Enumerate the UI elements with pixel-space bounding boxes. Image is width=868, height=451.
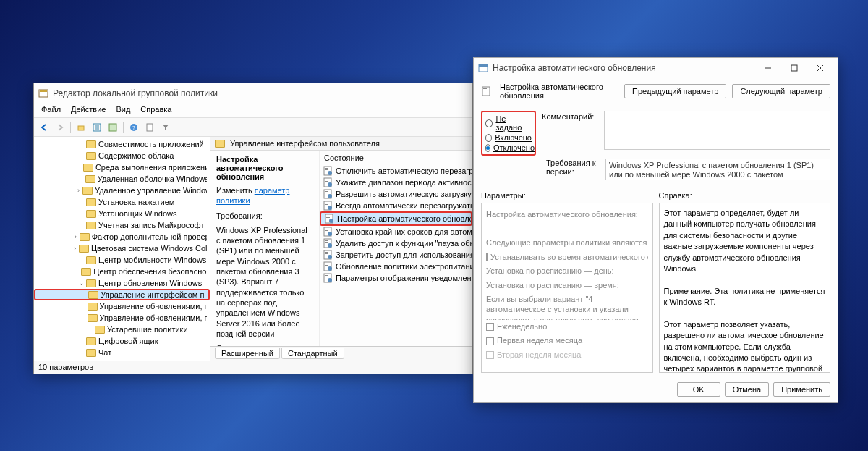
menu-file[interactable]: Файл bbox=[37, 104, 65, 117]
tree-item[interactable]: ›Удаленное управление Windows bbox=[34, 185, 210, 196]
cancel-button[interactable]: Отмена bbox=[725, 382, 769, 397]
policy-icon bbox=[324, 214, 334, 224]
tree-item-label: Установка нажатием bbox=[98, 198, 174, 206]
radio-icon bbox=[485, 144, 490, 152]
state-column-header[interactable]: Состояние bbox=[320, 151, 472, 165]
dialog-footer: OK Отмена Применить bbox=[474, 376, 838, 402]
policy-icon bbox=[323, 227, 333, 237]
up-button[interactable] bbox=[74, 120, 88, 135]
tree-item[interactable]: Учетная запись Майкрософт bbox=[34, 219, 210, 231]
back-button[interactable] bbox=[37, 120, 51, 135]
tree-item-label: Устаревшие политики bbox=[107, 325, 188, 334]
folder-icon bbox=[81, 268, 91, 276]
expand-icon[interactable]: › bbox=[75, 187, 82, 194]
radio-disabled[interactable]: Отключено bbox=[485, 143, 532, 153]
tree-item[interactable]: Цифровой ящик bbox=[34, 335, 210, 347]
tree-item[interactable]: Чат bbox=[34, 347, 210, 358]
settings-list[interactable]: Отключить автоматическую перезагруУкажит… bbox=[320, 165, 472, 284]
check-weekly[interactable]: Еженедельно bbox=[486, 320, 648, 334]
menu-help[interactable]: Справка bbox=[136, 104, 176, 117]
check-auto-maintenance[interactable]: Устанавливать во время автоматического о… bbox=[486, 250, 648, 264]
parameters-panel[interactable]: Настройка автоматического обновления: Сл… bbox=[481, 203, 653, 373]
expand-icon[interactable]: › bbox=[72, 245, 79, 252]
tab-extended[interactable]: Расширенный bbox=[215, 348, 280, 359]
help-button[interactable]: ? bbox=[127, 120, 141, 135]
menu-action[interactable]: Действие bbox=[67, 104, 110, 117]
radio-enabled[interactable]: Включено bbox=[485, 132, 532, 143]
setting-label: Запретить доступ для использования в bbox=[336, 250, 472, 259]
tree-item[interactable]: ›Цветовая система Windows Color Sy bbox=[34, 243, 210, 254]
setting-item[interactable]: Запретить доступ для использования в bbox=[320, 249, 472, 261]
tree-item[interactable]: Установка нажатием bbox=[34, 196, 210, 208]
close-button[interactable] bbox=[807, 59, 833, 77]
maximize-button[interactable] bbox=[781, 59, 807, 77]
dialog-titlebar[interactable]: Настройка автоматического обновления bbox=[474, 58, 838, 78]
expand-icon[interactable]: › bbox=[72, 233, 79, 240]
requirements-row: Требования к версии: Windows XP Professi… bbox=[474, 159, 838, 183]
setting-item[interactable]: Укажите диапазон периода активности bbox=[320, 177, 472, 188]
folder-icon bbox=[86, 222, 96, 229]
tree-item[interactable]: Устаревшие политики bbox=[34, 324, 210, 335]
radio-not-configured[interactable]: Не задано bbox=[485, 114, 532, 132]
tree-item[interactable]: ⌄Центр обновления Windows bbox=[34, 277, 210, 289]
next-setting-button[interactable]: Следующий параметр bbox=[732, 84, 830, 98]
tree-item[interactable]: Среда выполнения приложения bbox=[34, 161, 210, 173]
help-column: Справка: Этот параметр определяет, будет… bbox=[659, 190, 831, 373]
prev-setting-button[interactable]: Предыдущий параметр bbox=[624, 84, 726, 98]
svg-rect-17 bbox=[325, 181, 328, 182]
setting-item[interactable]: Параметры отображения уведомлени bbox=[320, 272, 472, 284]
setting-item[interactable]: Настройка автоматического обновле bbox=[320, 211, 472, 226]
checkbox-icon bbox=[486, 323, 494, 331]
help-text[interactable]: Этот параметр определяет, будет ли данны… bbox=[659, 203, 831, 373]
setting-item[interactable]: Удалить доступ к функции "пауза обно bbox=[320, 237, 472, 249]
tree-item-label: Учетная запись Майкрософт bbox=[98, 221, 204, 229]
tree-item[interactable]: Управление обновлениями, пред bbox=[34, 300, 210, 312]
tab-standard[interactable]: Стандартный bbox=[281, 348, 344, 359]
tree-panel[interactable]: Совместимость приложенийСодержимое облак… bbox=[34, 137, 210, 361]
svg-rect-29 bbox=[326, 217, 330, 218]
tree-item[interactable]: Установщик Windows bbox=[34, 208, 210, 219]
tree-item[interactable]: Совместимость приложений bbox=[34, 138, 210, 150]
check-week1[interactable]: Первая неделя месяца bbox=[486, 334, 648, 347]
forward-button[interactable] bbox=[53, 120, 67, 135]
comment-textarea[interactable] bbox=[604, 111, 830, 150]
svg-rect-37 bbox=[325, 242, 328, 243]
svg-point-42 bbox=[328, 255, 332, 259]
list-button[interactable] bbox=[90, 120, 104, 135]
tree-item-label: Управление интерфейсом польз bbox=[101, 290, 205, 299]
setting-item[interactable]: Обновление политики электропитания bbox=[320, 261, 472, 272]
tree-item[interactable]: Управление обновлениями, пред bbox=[34, 312, 210, 324]
toolbar-separator bbox=[70, 122, 71, 133]
tree-item[interactable]: Центр мобильности Windows bbox=[34, 254, 210, 266]
titlebar[interactable]: Редактор локальной групповой политики bbox=[34, 83, 472, 104]
app-icon bbox=[38, 88, 48, 98]
settings-list-panel: Состояние Отключить автоматическую перез… bbox=[319, 151, 472, 346]
svg-rect-58 bbox=[483, 88, 487, 89]
tree-item[interactable]: Удаленная оболочка Windows bbox=[34, 173, 210, 185]
tree-item[interactable]: Центр обеспечения безопасности bbox=[34, 266, 210, 277]
tree-item[interactable]: ›Фактор дополнительной проверки п bbox=[34, 231, 210, 243]
filter-toggle-button[interactable] bbox=[158, 120, 173, 135]
minimize-button[interactable] bbox=[755, 59, 781, 77]
svg-rect-57 bbox=[482, 87, 490, 96]
setting-item[interactable]: Всегда автоматически перезагружатьс bbox=[320, 200, 472, 211]
check-week2[interactable]: Вторая неделя месяца bbox=[486, 348, 648, 362]
apply-button[interactable]: Применить bbox=[773, 382, 830, 397]
folder-icon bbox=[82, 187, 93, 195]
svg-text:?: ? bbox=[132, 125, 136, 131]
tree-item[interactable]: Содержимое облака bbox=[34, 150, 210, 161]
config-row: Не задано Включено Отключено Комментарий… bbox=[474, 108, 838, 159]
menu-view[interactable]: Вид bbox=[111, 104, 135, 117]
tree-item-label: Среда выполнения приложения bbox=[95, 163, 207, 172]
setting-item[interactable]: Отключить автоматическую перезагру bbox=[320, 165, 472, 177]
filter-button[interactable] bbox=[106, 120, 120, 135]
setting-item[interactable]: Установка крайних сроков для автома bbox=[320, 226, 472, 237]
tree-item-label: Центр обновления Windows bbox=[98, 279, 202, 287]
tree-item[interactable]: Управление интерфейсом польз bbox=[34, 289, 210, 300]
setting-item[interactable]: Разрешить автоматическую загрузку о bbox=[320, 188, 472, 200]
properties-button[interactable] bbox=[142, 120, 157, 135]
collapse-icon[interactable]: ⌄ bbox=[77, 279, 86, 287]
folder-icon bbox=[80, 233, 90, 241]
ok-button[interactable]: OK bbox=[677, 382, 720, 397]
svg-rect-54 bbox=[791, 65, 797, 71]
